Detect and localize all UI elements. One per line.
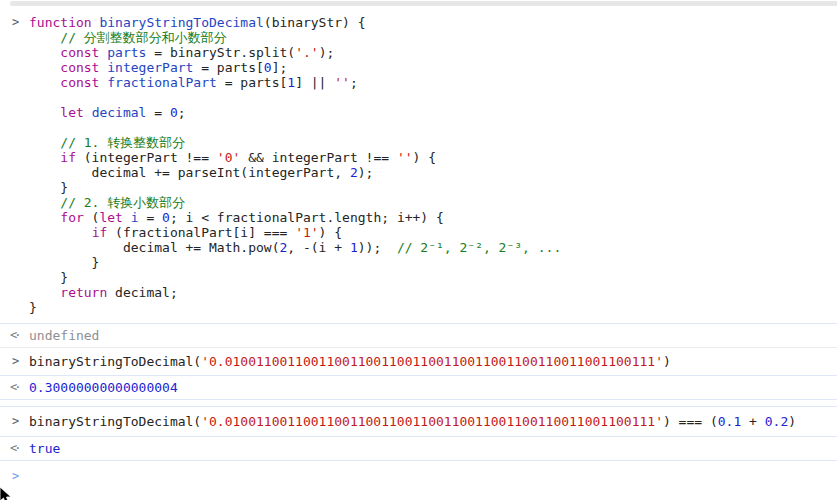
token-pl	[29, 150, 60, 165]
token-num: 0	[264, 60, 272, 75]
token-pl	[29, 285, 60, 300]
token-kw: const	[60, 45, 99, 60]
console-line: }	[29, 180, 829, 195]
token-pl: }	[29, 255, 99, 270]
console-line: for (let i = 0; i < fractionalPart.lengt…	[29, 210, 829, 225]
token-kw: const	[60, 75, 99, 90]
token-pl: decimal += Math.pow(	[29, 240, 279, 255]
token-num: 0.2	[765, 414, 788, 429]
token-pl: )	[663, 354, 671, 369]
token-pl: (fractionalPart[i] ===	[107, 225, 295, 240]
token-pl: =	[139, 210, 162, 225]
token-kw: const	[60, 60, 99, 75]
token-pl: (integerPart !==	[76, 150, 217, 165]
token-pl: , -(i +	[287, 240, 350, 255]
token-pl: ;	[178, 105, 186, 120]
token-num: 0	[170, 105, 178, 120]
console-line: undefined	[29, 328, 829, 343]
token-pl	[29, 75, 60, 90]
token-pl	[84, 105, 92, 120]
devtools-console-output[interactable]: >function binaryStringToDecimal(binarySt…	[0, 6, 837, 500]
token-pl: ] ||	[295, 75, 334, 90]
token-pl: );	[358, 165, 374, 180]
console-line: // 2. 转换小数部分	[29, 195, 829, 210]
console-line: }	[29, 300, 829, 315]
console-line: let decimal = 0;	[29, 105, 829, 120]
token-pl: =	[146, 105, 169, 120]
console-line: decimal += parseInt(integerPart, 2);	[29, 165, 829, 180]
token-str: ''	[334, 75, 350, 90]
console-line: const integerPart = parts[0];	[29, 60, 829, 75]
token-pl	[29, 45, 60, 60]
token-kw: return	[60, 285, 107, 300]
token-def: binaryStringToDecimal	[99, 15, 263, 30]
console-entry-call-2: >binaryStringToDecimal('0.01001100110011…	[0, 407, 837, 437]
token-pl	[29, 210, 60, 225]
token-pl: binaryStringToDecimal(	[29, 414, 201, 429]
console-entry-call-1: >binaryStringToDecimal('0.01001100110011…	[0, 348, 837, 376]
token-def: parts	[107, 45, 146, 60]
token-pl: (	[84, 210, 100, 225]
token-pl: = parts[	[193, 60, 263, 75]
token-str: '1'	[295, 225, 318, 240]
token-str: '0.0100110011001100110011001100110011001…	[201, 414, 663, 429]
token-str: '0.0100110011001100110011001100110011001…	[201, 354, 663, 369]
token-pl: ) {	[319, 225, 342, 240]
token-pl: (binaryStr) {	[264, 15, 366, 30]
console-line: return decimal;	[29, 285, 829, 300]
command-chevron-icon: >	[12, 354, 26, 369]
console-line: true	[29, 441, 829, 456]
token-pl	[29, 135, 60, 150]
token-num: 1	[287, 75, 295, 90]
console-line: binaryStringToDecimal('0.010011001100110…	[29, 354, 829, 369]
console-line: }	[29, 270, 829, 285]
prompt-chevron-icon: >	[12, 469, 26, 484]
token-pl	[29, 195, 60, 210]
console-line	[29, 90, 829, 105]
console-prompt[interactable]: >	[0, 461, 837, 475]
token-pl	[123, 210, 131, 225]
result-arrow-icon: <·	[10, 328, 24, 343]
token-pl: )	[788, 414, 796, 429]
token-num: 0.30000000000000004	[29, 380, 178, 395]
token-pl: decimal += parseInt(integerPart,	[29, 165, 350, 180]
token-str: '0'	[217, 150, 240, 165]
console-line: decimal += Math.pow(2, -(i + 1)); // 2⁻¹…	[29, 240, 829, 255]
token-kw: function	[29, 15, 92, 30]
token-num: 0	[162, 210, 170, 225]
token-com: // 2⁻¹, 2⁻², 2⁻³, ...	[397, 240, 561, 255]
token-kw: if	[92, 225, 108, 240]
token-com: // 分割整数部分和小数部分	[60, 30, 226, 45]
token-def: fractionalPart	[107, 75, 217, 90]
token-pl	[29, 225, 92, 240]
console-line	[29, 120, 829, 135]
token-pl: binaryStringToDecimal(	[29, 354, 201, 369]
token-pl: = binaryStr.split(	[146, 45, 295, 60]
token-num: 2	[350, 165, 358, 180]
token-str: '.'	[295, 45, 318, 60]
console-line: function binaryStringToDecimal(binaryStr…	[29, 15, 829, 30]
console-line: if (fractionalPart[i] === '1') {	[29, 225, 829, 240]
console-result-undefined: <·undefined	[0, 324, 837, 348]
token-pl: );	[319, 45, 335, 60]
token-pl: }	[29, 270, 68, 285]
console-entry-function-definition: >function binaryStringToDecimal(binarySt…	[0, 6, 837, 324]
token-muted: undefined	[29, 328, 99, 343]
token-pl: }	[29, 180, 68, 195]
command-chevron-icon: >	[12, 15, 26, 30]
token-str: ''	[397, 150, 413, 165]
token-pl: decimal;	[107, 285, 177, 300]
token-pl	[29, 60, 60, 75]
token-kw: if	[60, 150, 76, 165]
token-pl	[29, 30, 60, 45]
token-def: decimal	[92, 105, 147, 120]
token-com: // 1. 转换整数部分	[60, 135, 185, 150]
console-line: // 分割整数部分和小数部分	[29, 30, 829, 45]
token-pl: }	[29, 300, 37, 315]
console-line: 0.30000000000000004	[29, 380, 829, 395]
token-pl: ];	[272, 60, 288, 75]
token-def: i	[131, 210, 139, 225]
token-pl: ) === (	[663, 414, 718, 429]
token-pl: +	[741, 414, 764, 429]
console-line: const parts = binaryStr.split('.');	[29, 45, 829, 60]
